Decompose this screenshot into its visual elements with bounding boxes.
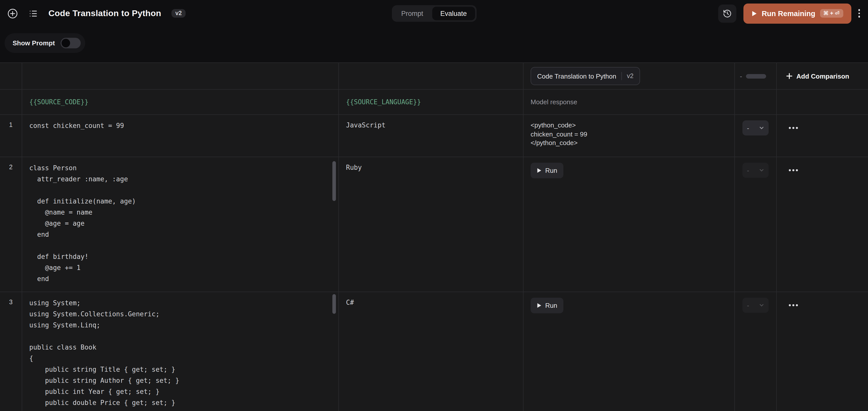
show-prompt-toggle[interactable] [61,38,81,48]
source-code-cell[interactable]: using System; using System.Collections.G… [22,292,339,411]
top-bar-left: Code Translation to Python v2 [7,8,186,19]
show-prompt-group: Show Prompt [4,33,85,53]
sub-bar: Show Prompt [4,33,868,53]
table-row: 3 using System; using System.Collections… [0,292,868,411]
add-comparison-cell: Add Comparison [777,63,868,89]
add-comparison-label: Add Comparison [796,72,849,80]
empty-cell [777,90,868,114]
row-number: 1 [0,115,22,157]
score-cell: - [735,157,777,292]
comparison-header-row: Code Translation to Python v2 - Add Comp… [0,63,868,90]
source-language-text: JavaScript [339,115,523,136]
run-remaining-label: Run Remaining [762,9,815,18]
row-menu-button[interactable] [789,127,798,129]
source-language-cell[interactable]: Ruby [339,157,524,292]
top-bar-right: Run Remaining ⌘ + ⏎ [718,3,860,24]
source-language-cell[interactable]: JavaScript [339,115,524,157]
source-code-cell[interactable]: class Person attr_reader :name, :age def… [22,157,339,292]
ellipsis-icon [789,127,798,129]
empty-cell [0,90,22,114]
empty-cell [22,63,339,89]
evaluation-workbench: Code Translation to Python v2 Prompt Eva… [0,0,868,411]
source-language-cell[interactable]: C# [339,292,524,411]
score-dropdown[interactable]: - [742,298,769,313]
score-value: - [747,124,749,132]
row-number: 2 [0,157,22,292]
table-row: 1 const chicken_count = 99 JavaScript <p… [0,115,868,157]
show-prompt-label: Show Prompt [12,39,55,47]
kebab-menu-icon [858,9,860,18]
plus-circle-icon [7,8,18,19]
column-header-row: {{SOURCE_CODE}} {{SOURCE_LANGUAGE}} Mode… [0,90,868,115]
model-response-text: <python_code> chicken_count = 99 </pytho… [524,115,734,153]
source-language-text: Ruby [339,157,523,178]
run-row-label: Run [545,167,557,174]
column-header-source-language: {{SOURCE_LANGUAGE}} [339,90,524,114]
ellipsis-icon [789,304,798,306]
empty-cell [735,90,777,114]
tab-evaluate[interactable]: Evaluate [432,6,475,21]
table-row: 2 class Person attr_reader :name, :age d… [0,157,868,292]
plus-icon [786,72,793,79]
source-language-text: C# [339,292,523,313]
evaluation-table: Code Translation to Python v2 - Add Comp… [0,63,868,411]
play-icon [537,303,542,308]
row-actions-cell [777,292,868,411]
scrollbar-thumb[interactable] [332,161,336,201]
empty-cell [0,63,22,89]
score-summary-value: - [740,72,742,80]
selector-prompt-name: Code Translation to Python [537,72,616,80]
page-title: Code Translation to Python [49,8,161,19]
run-remaining-button[interactable]: Run Remaining ⌘ + ⏎ [743,3,851,24]
row-menu-button[interactable] [789,169,798,171]
run-row-button[interactable]: Run [531,163,563,178]
row-menu-button[interactable] [789,304,798,306]
shortcut-badge: ⌘ + ⏎ [820,9,843,18]
source-code-text: class Person attr_reader :name, :age def… [22,157,338,290]
score-cell: - [735,292,777,411]
selector-version: v2 [627,72,633,79]
row-actions-cell [777,157,868,292]
source-code-cell[interactable]: const chicken_count = 99 [22,115,339,157]
version-badge: v2 [171,9,186,18]
history-icon [722,8,732,19]
new-item-button[interactable] [7,8,18,19]
score-cell: - [735,115,777,157]
list-icon [28,8,38,19]
overflow-menu-button[interactable] [858,9,860,18]
history-button[interactable] [718,4,736,23]
top-bar: Code Translation to Python v2 Prompt Eva… [0,0,868,27]
play-icon [751,10,757,16]
model-response-cell: Run [524,157,735,292]
model-response-cell[interactable]: <python_code> chicken_count = 99 </pytho… [524,115,735,157]
scrollbar-thumb[interactable] [332,294,336,314]
prompt-list-button[interactable] [28,8,38,19]
chevron-down-icon [759,126,764,131]
score-dropdown[interactable]: - [742,163,769,178]
ellipsis-icon [789,169,798,171]
score-summary-bar [746,74,766,78]
row-actions-cell [777,115,868,157]
model-response-cell: Run [524,292,735,411]
prompt-selector-cell: Code Translation to Python v2 [524,63,735,89]
chevron-down-icon [759,303,764,308]
score-value: - [747,167,749,174]
chevron-down-icon [759,168,764,173]
run-row-label: Run [545,302,557,309]
tab-prompt[interactable]: Prompt [393,6,431,21]
column-header-model-response: Model response [524,90,735,114]
empty-cell [339,63,524,89]
score-value: - [747,302,749,309]
source-code-text: const chicken_count = 99 [22,115,338,137]
prompt-version-selector[interactable]: Code Translation to Python v2 [531,67,640,85]
score-dropdown[interactable]: - [742,121,769,136]
row-number: 3 [0,292,22,411]
selector-divider [621,72,622,80]
play-icon [537,168,542,173]
add-comparison-button[interactable]: Add Comparison [786,72,849,80]
source-code-text: using System; using System.Collections.G… [22,292,338,411]
run-row-button[interactable]: Run [531,298,563,313]
mode-tabs: Prompt Evaluate [392,5,476,22]
score-summary-cell: - [735,63,777,89]
toggle-knob [62,39,70,47]
